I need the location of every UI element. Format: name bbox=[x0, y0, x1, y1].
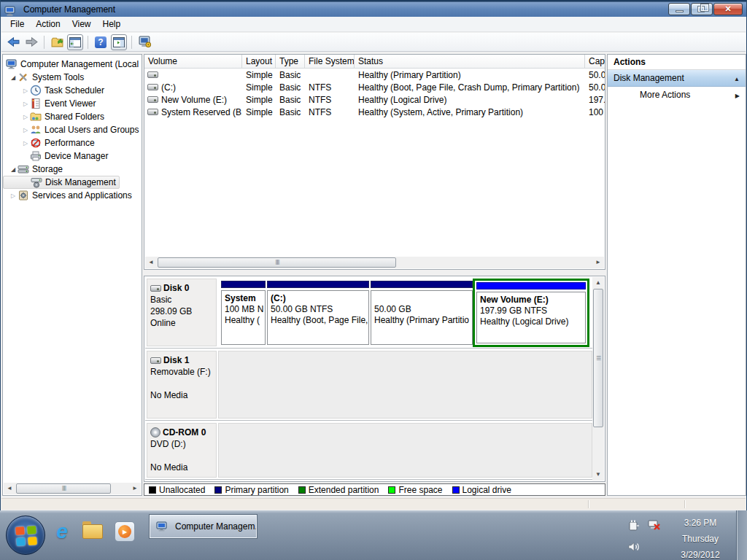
help-button[interactable] bbox=[93, 34, 109, 50]
collapsed-chevron-icon[interactable] bbox=[21, 114, 30, 120]
col-file-system[interactable]: File System bbox=[305, 55, 355, 68]
more-actions-item[interactable]: More Actions bbox=[608, 87, 746, 103]
media-player-icon[interactable] bbox=[114, 521, 136, 542]
partition-unnamed[interactable]: 50.00 GB Healthy (Primary Partitio bbox=[371, 281, 473, 345]
col-layout[interactable]: Layout bbox=[242, 55, 276, 68]
menu-file[interactable]: File bbox=[4, 17, 30, 31]
col-type[interactable]: Type bbox=[276, 55, 305, 68]
restore-button[interactable] bbox=[691, 3, 713, 15]
volume-row-new-volume-e[interactable]: New Volume (E:) Simple Basic NTFS Health… bbox=[144, 93, 605, 106]
collapse-group-icon[interactable] bbox=[734, 73, 740, 83]
partition-c[interactable]: (C:) 50.00 GB NTFS Healthy (Boot, Page F… bbox=[267, 281, 369, 345]
menu-action[interactable]: Action bbox=[30, 17, 66, 31]
extended-partition-swatch bbox=[298, 486, 306, 494]
col-capacity[interactable]: Capa bbox=[585, 55, 605, 68]
show-desktop-button[interactable] bbox=[736, 510, 747, 560]
volume-row-c[interactable]: (C:) Simple Basic NTFS Healthy (Boot, Pa… bbox=[144, 81, 605, 93]
tree-item-services-and-applications[interactable]: Services and Applications bbox=[3, 189, 142, 202]
export-list-button[interactable] bbox=[49, 34, 65, 50]
minimize-button[interactable] bbox=[668, 3, 690, 15]
menu-help[interactable]: Help bbox=[97, 17, 127, 31]
disk-0-label[interactable]: Disk 0 Basic 298.09 GB Online bbox=[147, 279, 217, 346]
device-manager-icon bbox=[30, 150, 42, 162]
legend-unallocated: Unallocated bbox=[149, 485, 205, 495]
tree-item-computer-management[interactable]: Computer Management (Local bbox=[3, 58, 142, 71]
cdrom-0-no-media-area[interactable] bbox=[218, 423, 592, 478]
disk-1-label[interactable]: Disk 1 Removable (F:) No Media bbox=[147, 351, 217, 419]
toolbar-separator bbox=[88, 36, 88, 49]
actions-disk-management-group[interactable]: Disk Management bbox=[608, 70, 746, 87]
title-bar[interactable]: Computer Management bbox=[1, 0, 746, 17]
tree-item-system-tools[interactable]: System Tools bbox=[3, 71, 142, 84]
tree-item-task-scheduler[interactable]: Task Scheduler bbox=[3, 84, 142, 97]
expanded-chevron-icon[interactable] bbox=[9, 74, 18, 81]
toolbar-separator bbox=[131, 36, 132, 49]
col-status[interactable]: Status bbox=[355, 55, 585, 68]
network-disconnected-icon[interactable] bbox=[648, 519, 661, 531]
volume-row-system-reserved-b[interactable]: System Reserved (B:) Simple Basic NTFS H… bbox=[144, 106, 605, 118]
collapsed-chevron-icon[interactable] bbox=[21, 140, 30, 147]
tree-item-event-viewer[interactable]: Event Viewer bbox=[3, 97, 142, 110]
menu-view[interactable]: View bbox=[66, 17, 97, 31]
disk-graphical-pane: Disk 0 Basic 298.09 GB Online System 100… bbox=[144, 276, 605, 482]
back-button[interactable] bbox=[5, 34, 21, 50]
windows-explorer-icon[interactable] bbox=[82, 521, 104, 542]
minimize-icon bbox=[676, 10, 684, 12]
legend-primary-partition: Primary partition bbox=[214, 485, 288, 495]
scroll-up-arrow[interactable] bbox=[592, 277, 604, 289]
show-console-tree-toggle[interactable] bbox=[67, 34, 83, 50]
collapsed-chevron-icon[interactable] bbox=[21, 127, 30, 133]
volume-row-unnamed[interactable]: Simple Basic Healthy (Primary Partition)… bbox=[144, 69, 605, 81]
scroll-down-arrow[interactable] bbox=[592, 469, 604, 481]
scroll-left-arrow[interactable] bbox=[145, 257, 157, 268]
actions-pane: Actions Disk Management More Actions bbox=[607, 54, 746, 496]
clock-time: 3:26 PM bbox=[668, 515, 732, 531]
cdrom-0-label[interactable]: CD-ROM 0 DVD (D:) No Media bbox=[147, 423, 217, 478]
computer-icon bbox=[156, 521, 168, 532]
console-tree-pane: Computer Management (Local System Tools … bbox=[2, 54, 142, 496]
start-button[interactable] bbox=[6, 516, 45, 555]
taskbar-clock[interactable]: 3:26 PM Thursday 3/29/2012 bbox=[668, 515, 732, 560]
logical-drive-bar bbox=[476, 282, 586, 289]
tree-item-shared-folders[interactable]: Shared Folders bbox=[3, 110, 142, 123]
collapsed-chevron-icon[interactable] bbox=[21, 88, 30, 94]
scroll-right-arrow[interactable] bbox=[592, 257, 604, 268]
cd-rom-icon bbox=[150, 427, 160, 438]
volume-icon bbox=[147, 96, 158, 103]
submenu-arrow-icon bbox=[735, 90, 740, 100]
close-button[interactable] bbox=[713, 3, 743, 15]
volume-list-horizontal-scrollbar[interactable] bbox=[145, 257, 604, 268]
scrollbar-thumb[interactable] bbox=[158, 257, 396, 268]
partition-new-volume-e-selected[interactable]: New Volume (E:) 197.99 GB NTFS Healthy (… bbox=[473, 279, 589, 347]
disk-1-no-media-area[interactable] bbox=[218, 351, 592, 419]
expanded-chevron-icon[interactable] bbox=[9, 166, 18, 173]
disk-management-toolbar-icon[interactable] bbox=[136, 34, 152, 50]
tree-horizontal-scrollbar[interactable] bbox=[4, 483, 141, 494]
primary-partition-bar bbox=[267, 281, 369, 288]
scrollbar-thumb[interactable] bbox=[16, 483, 111, 494]
forward-button[interactable] bbox=[23, 34, 39, 50]
partition-system-reserved[interactable]: System 100 MB N Healthy ( bbox=[221, 281, 266, 345]
power-plug-icon[interactable] bbox=[627, 519, 640, 531]
disk-pane-vertical-scrollbar[interactable] bbox=[592, 277, 604, 481]
desktop: Computer Management File Action View Hel… bbox=[0, 0, 747, 560]
tree-item-device-manager[interactable]: Device Manager bbox=[3, 149, 142, 163]
clock-date: 3/29/2012 bbox=[668, 547, 732, 560]
help-icon bbox=[95, 36, 107, 48]
scrollbar-thumb[interactable] bbox=[593, 289, 603, 427]
collapsed-chevron-icon[interactable] bbox=[21, 101, 30, 107]
scroll-right-arrow[interactable] bbox=[129, 483, 141, 494]
tree-item-storage[interactable]: Storage bbox=[3, 163, 142, 176]
tree-item-local-users-and-groups[interactable]: Local Users and Groups bbox=[3, 123, 142, 136]
scroll-left-arrow[interactable] bbox=[4, 483, 15, 494]
computer-management-app-icon bbox=[4, 3, 16, 15]
volume-speaker-icon[interactable] bbox=[627, 541, 640, 553]
system-tools-icon bbox=[18, 71, 29, 83]
tree-item-performance[interactable]: Performance bbox=[3, 136, 142, 149]
tree-item-disk-management[interactable]: Disk Management bbox=[3, 176, 120, 189]
show-action-pane-toggle[interactable] bbox=[111, 34, 127, 50]
collapsed-chevron-icon[interactable] bbox=[9, 192, 18, 199]
internet-explorer-icon[interactable]: e bbox=[51, 521, 73, 542]
taskbar-button-computer-management[interactable]: Computer Managem... bbox=[150, 515, 257, 538]
col-volume[interactable]: Volume bbox=[144, 55, 242, 68]
